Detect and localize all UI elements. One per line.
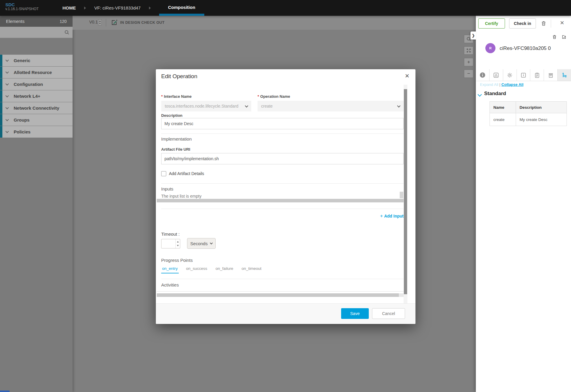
interface-name-label: *Interface Name [161,94,192,99]
sidebar-item-groups[interactable]: Groups [0,114,73,126]
canvas-fullscreen-button[interactable] [464,46,473,55]
activities-section-label: Activities [161,282,179,287]
chevron-right-icon [84,7,86,10]
interface-section-title[interactable]: Standard [484,91,506,97]
interface-name-dropdown[interactable]: tosca.interfaces.node.lifecycle.Standard [161,101,251,111]
edit-component-icon[interactable] [561,34,567,40]
chevron-down-icon [397,104,400,107]
interface-name-value: tosca.interfaces.node.lifecycle.Standard [165,104,238,108]
chevron-down-icon[interactable] [478,92,482,97]
info-icon [479,72,486,78]
inputs-section-label: Inputs [161,186,173,191]
artifact-uri-input[interactable] [161,153,404,164]
inputs-vertical-scrollbar[interactable] [400,192,403,198]
lifecycle-status-label: IN DESIGN CHECK OUT [120,21,164,25]
progress-points-tabs: on_entry on_success on_failure on_timeou… [161,266,262,273]
component-panel: Certify Check in ✕ R ciRes-VFC9810a205 0 [476,16,571,392]
table-row[interactable]: create My create Desc [490,113,567,126]
version-selector[interactable]: V0.1 [89,20,98,24]
certify-button[interactable]: Certify [478,18,505,29]
divider [161,209,404,209]
chevron-down-icon [5,58,9,62]
divider [551,20,551,28]
expand-collapse-controls: Expand All | Collapse All [480,82,523,87]
modal-footer: Save Cancel [156,303,415,324]
chevron-right-icon [149,7,151,10]
close-icon[interactable]: ✕ [405,73,410,79]
operations-table: Name Description create My create Desc [490,101,567,126]
timeout-unit-dropdown[interactable]: Seconds [187,238,216,249]
activities-horizontal-scrollbar[interactable] [157,293,404,297]
column-header-description: Description [516,102,567,113]
collapse-all-link[interactable]: Collapse All [501,82,523,87]
inputs-horizontal-scrollbar[interactable] [157,199,404,202]
operation-name-dropdown[interactable]: create [258,101,404,111]
modal-title: Edit Operation [161,73,197,80]
breadcrumb-vf[interactable]: VF: ciRes-VF91833d47 [94,5,141,10]
sidebar-item-allotted-resource[interactable]: Allotted Resource [0,67,73,78]
required-asterisk: * [161,94,163,99]
tab-on-success[interactable]: on_success [185,266,208,273]
workspace-header: V0.1 IN DESIGN CHECK OUT [73,16,476,30]
delete-icon[interactable] [541,21,547,26]
column-header-name: Name [490,102,516,113]
chevron-down-icon [5,82,9,85]
tab-inputs[interactable] [517,69,531,81]
tab-information[interactable] [476,69,490,81]
tab-on-timeout[interactable]: on_timeout [241,266,262,273]
chevron-down-icon [5,130,9,133]
sidebar-item-policies[interactable]: Policies [0,126,73,138]
save-button[interactable]: Save [341,308,369,319]
app-logo: SDC v.1.16.1-SNAPSHOT [5,2,39,11]
expand-all-link[interactable]: Expand All [480,82,498,87]
add-artifact-checkbox[interactable] [161,171,166,176]
add-input-button[interactable]: +Add Input [161,213,404,219]
canvas-zoom-in-button[interactable]: + [464,58,473,66]
timeout-unit-value: Seconds [190,241,208,246]
cancel-button[interactable]: Cancel [372,308,405,319]
elements-count-badge: 120 [60,19,67,24]
canvas-zoom-out-button[interactable]: − [464,70,473,78]
timeout-input[interactable] [161,239,180,248]
tab-on-entry[interactable]: on_entry [161,266,179,273]
square-info-icon [520,72,526,78]
sidebar-item-label: Network Connectivity [14,106,59,111]
component-avatar: R [485,43,495,53]
tab-composition-structure[interactable] [490,69,503,81]
fullscreen-icon [466,48,471,53]
gear-icon [507,72,513,78]
panel-collapse-toggle[interactable]: ❯ [470,32,476,40]
breadcrumb-home[interactable]: HOME [62,5,76,10]
chevron-down-icon [210,242,213,245]
tab-deployment-artifacts[interactable] [530,69,544,81]
tab-settings[interactable] [503,69,517,81]
sidebar-item-label: Groups [14,117,29,122]
operation-name-cell: create [490,113,516,126]
clipboard-icon [534,72,540,78]
chevron-down-icon [5,94,9,97]
delete-component-icon[interactable] [552,34,557,40]
implementation-section-label: Implementation [161,136,192,141]
version-stepper[interactable] [98,19,102,25]
tab-api-artifacts[interactable] [544,69,558,81]
progress-points-label: Progress Points [161,258,193,263]
tab-on-failure[interactable]: on_failure [215,266,234,273]
divider [161,133,404,134]
modal-scrollbar-thumb[interactable] [404,89,407,294]
description-input[interactable] [161,118,404,129]
chevron-down-icon [5,106,9,109]
search-icon [64,30,70,35]
search-input[interactable] [0,27,73,38]
sidebar-item-configuration[interactable]: Configuration [0,78,73,90]
check-in-button[interactable]: Check in [509,18,536,29]
sidebar-item-generic[interactable]: Generic [0,55,73,66]
tab-operations[interactable] [558,69,571,81]
divider [106,19,106,26]
plus-icon: + [380,213,383,219]
tab-composition[interactable]: Composition [159,0,204,16]
sidebar-item-network-l4[interactable]: Network L4+ [0,90,73,102]
number-stepper[interactable] [175,239,180,248]
operation-name-value: create [261,104,273,108]
sidebar-item-network-connectivity[interactable]: Network Connectivity [0,102,73,114]
close-workspace-icon[interactable]: ✕ [558,20,566,26]
